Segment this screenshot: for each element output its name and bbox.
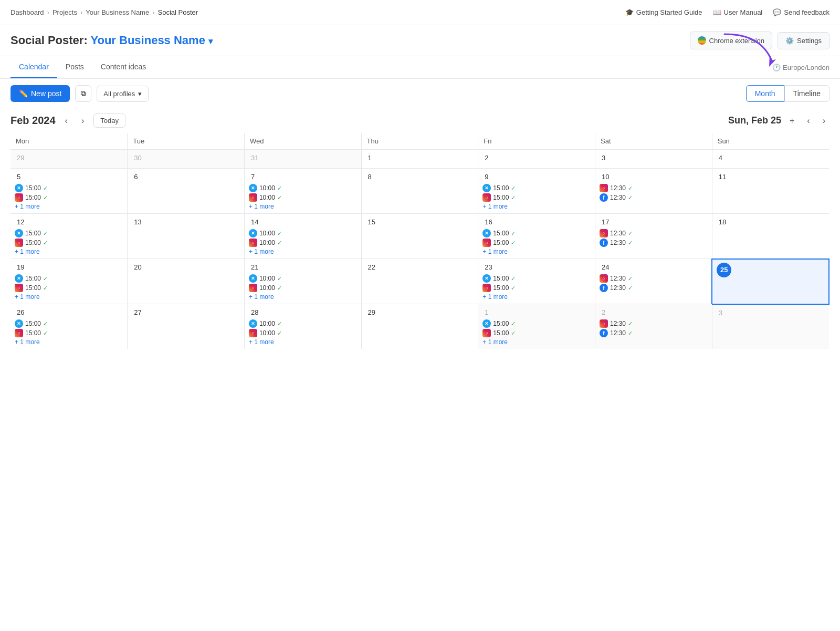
breadcrumb-business[interactable]: Your Business Name [86,8,149,16]
next-month-button[interactable]: › [77,114,88,128]
calendar-event[interactable]: f12:30✓ [600,284,707,292]
breadcrumb-projects[interactable]: Projects [52,8,77,16]
user-manual-link[interactable]: 📖 User Manual [713,8,763,16]
calendar-event[interactable]: ○10:00✓ [249,193,357,202]
more-events-link[interactable]: + 1 more [15,248,123,255]
calendar-cell[interactable]: 1 [361,150,478,169]
calendar-cell[interactable]: 29 [361,304,478,349]
calendar-event[interactable]: ○12:30✓ [600,319,708,328]
calendar-event[interactable]: ✕15:00✓ [482,229,591,237]
more-events-link[interactable]: + 1 more [249,203,357,210]
calendar-cell[interactable]: 16✕15:00✓○15:00✓+ 1 more [478,214,595,259]
calendar-event[interactable]: ✕15:00✓ [482,319,591,328]
calendar-event[interactable]: ○15:00✓ [15,284,123,292]
more-events-link[interactable]: + 1 more [249,293,357,301]
business-dropdown-arrow[interactable]: ▾ [208,37,213,46]
calendar-cell[interactable]: 15 [361,214,478,259]
calendar-event[interactable]: ○15:00✓ [15,329,123,337]
calendar-cell[interactable]: 24○12:30✓f12:30✓ [595,259,712,304]
calendar-cell[interactable]: 10○12:30✓f12:30✓ [595,169,712,214]
calendar-cell[interactable]: 14✕10:00✓○10:00✓+ 1 more [244,214,361,259]
calendar-cell[interactable]: 28✕10:00✓○10:00✓+ 1 more [244,304,361,349]
calendar-event[interactable]: ✕15:00✓ [482,184,591,192]
chrome-extension-button[interactable]: Chrome extension [690,32,773,49]
calendar-event[interactable]: ✕15:00✓ [15,229,123,237]
settings-button[interactable]: ⚙️ Settings [778,32,830,49]
timeline-view-button[interactable]: Timeline [784,85,830,102]
calendar-event[interactable]: ○10:00✓ [249,284,357,292]
more-events-link[interactable]: + 1 more [15,203,123,210]
calendar-cell[interactable]: 21✕10:00✓○10:00✓+ 1 more [244,259,361,304]
calendar-cell[interactable]: 31 [244,150,361,169]
calendar-event[interactable]: ○15:00✓ [482,284,591,292]
calendar-event[interactable]: ○12:30✓ [600,184,708,192]
prev-month-button[interactable]: ‹ [61,114,72,128]
calendar-event[interactable]: ○15:00✓ [15,193,123,202]
calendar-event[interactable]: ✕15:00✓ [15,274,123,283]
calendar-event[interactable]: f12:30✓ [600,239,708,247]
tab-content-ideas[interactable]: Content ideas [92,56,154,78]
calendar-event[interactable]: f12:30✓ [600,193,708,202]
calendar-cell[interactable]: 20 [128,259,245,304]
calendar-cell[interactable]: 19✕15:00✓○15:00✓+ 1 more [10,259,128,304]
calendar-cell[interactable]: 17○12:30✓f12:30✓ [595,214,712,259]
calendar-event[interactable]: f12:30✓ [600,329,708,337]
more-events-link[interactable]: + 1 more [482,293,591,301]
calendar-event[interactable]: ✕15:00✓ [15,319,123,328]
copy-button[interactable]: ⧉ [75,85,91,102]
calendar-event[interactable]: ○10:00✓ [249,239,357,247]
tab-calendar[interactable]: Calendar [10,56,57,78]
more-events-link[interactable]: + 1 more [482,248,591,255]
calendar-cell[interactable]: 1✕15:00✓○15:00✓+ 1 more [478,304,595,349]
next-day-button[interactable]: › [818,114,830,128]
calendar-event[interactable]: ○15:00✓ [482,239,591,247]
calendar-cell[interactable]: 30 [128,150,245,169]
calendar-cell[interactable]: 7✕10:00✓○10:00✓+ 1 more [244,169,361,214]
more-events-link[interactable]: + 1 more [482,338,591,346]
more-events-link[interactable]: + 1 more [482,203,591,210]
calendar-cell[interactable]: 5✕15:00✓○15:00✓+ 1 more [10,169,128,214]
calendar-event[interactable]: ○12:30✓ [600,274,707,283]
calendar-cell[interactable]: 4 [712,150,829,169]
profiles-dropdown[interactable]: All profiles ▾ [97,86,149,102]
calendar-event[interactable]: ○15:00✓ [482,193,591,202]
calendar-cell[interactable]: 26✕15:00✓○15:00✓+ 1 more [10,304,128,349]
calendar-event[interactable]: ○15:00✓ [482,329,591,337]
calendar-cell[interactable]: 29 [10,150,128,169]
tab-posts[interactable]: Posts [57,56,92,78]
more-events-link[interactable]: + 1 more [15,338,123,346]
calendar-cell[interactable]: 23✕15:00✓○15:00✓+ 1 more [478,259,595,304]
calendar-cell[interactable]: 27 [128,304,245,349]
calendar-event[interactable]: ○10:00✓ [249,329,357,337]
calendar-cell[interactable]: 18 [712,214,829,259]
calendar-cell[interactable]: 3 [595,150,712,169]
month-view-button[interactable]: Month [746,85,784,102]
business-name[interactable]: Your Business Name ▾ [90,34,213,47]
breadcrumb-dashboard[interactable]: Dashboard [10,8,44,16]
calendar-cell[interactable]: 12✕15:00✓○15:00✓+ 1 more [10,214,128,259]
send-feedback-link[interactable]: 💬 Send feedback [773,8,830,16]
calendar-event[interactable]: ✕10:00✓ [249,274,357,283]
more-events-link[interactable]: + 1 more [15,293,123,301]
calendar-event[interactable]: ✕10:00✓ [249,184,357,192]
calendar-cell[interactable]: 2○12:30✓f12:30✓ [595,304,712,349]
calendar-cell[interactable]: 22 [361,259,478,304]
more-events-link[interactable]: + 1 more [249,248,357,255]
calendar-cell[interactable]: 25 [712,259,829,304]
getting-started-link[interactable]: 🎓 Getting Started Guide [625,8,702,16]
prev-day-button[interactable]: ‹ [803,114,814,128]
calendar-cell[interactable]: 6 [128,169,245,214]
calendar-cell[interactable]: 8 [361,169,478,214]
calendar-cell[interactable]: 2 [478,150,595,169]
calendar-event[interactable]: ○15:00✓ [15,239,123,247]
today-button[interactable]: Today [93,113,125,128]
calendar-event[interactable]: ○12:30✓ [600,229,708,237]
calendar-cell[interactable]: 3 [712,304,829,349]
add-event-button[interactable]: + [785,114,799,128]
calendar-event[interactable]: ✕15:00✓ [15,184,123,192]
calendar-event[interactable]: ✕15:00✓ [482,274,591,283]
calendar-cell[interactable]: 9✕15:00✓○15:00✓+ 1 more [478,169,595,214]
calendar-event[interactable]: ✕10:00✓ [249,319,357,328]
calendar-cell[interactable]: 13 [128,214,245,259]
calendar-event[interactable]: ✕10:00✓ [249,229,357,237]
